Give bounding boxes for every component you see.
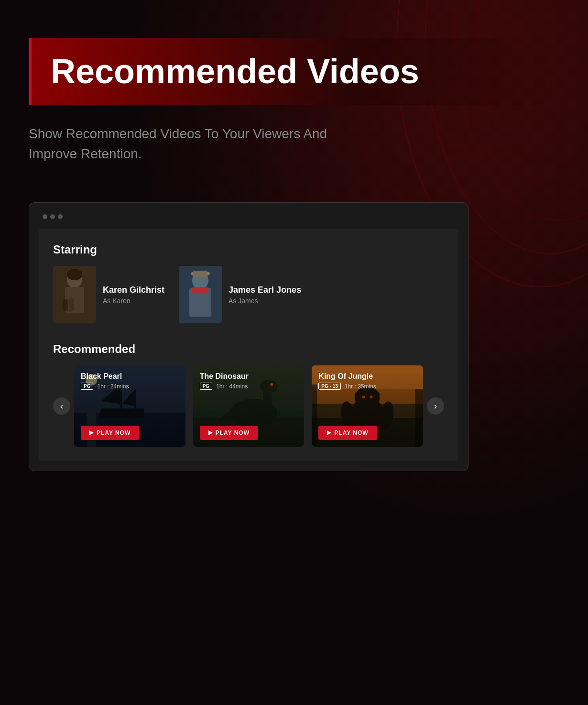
karen-silhouette — [53, 266, 96, 323]
page-title: Recommended Videos — [51, 53, 540, 90]
actor-thumbnail-karen — [53, 266, 96, 323]
james-silhouette — [179, 266, 222, 323]
play-label-1: PLAY NOW — [97, 430, 131, 436]
movie-title-black-pearl: Black Pearl — [81, 372, 179, 381]
play-button-jungle[interactable]: PLAY NOW — [318, 426, 377, 440]
main-content: Recommended Videos Show Recommended Vide… — [0, 0, 588, 509]
hero-subtitle: Show Recommended Videos To Your Viewers … — [29, 124, 363, 164]
rating-badge-3: PG - 13 — [318, 383, 340, 390]
carousel-prev-button[interactable]: ‹ — [53, 397, 70, 415]
demo-window: Starring — [29, 202, 468, 471]
play-label-2: PLAY NOW — [216, 430, 250, 436]
movie-meta-dinosaur: PG 1hr : 44mins — [200, 383, 298, 390]
svg-point-11 — [67, 269, 82, 280]
play-icon-1 — [89, 430, 94, 435]
window-dot-3 — [58, 214, 63, 219]
movie-card-dinosaur[interactable]: The Dinosaur PG 1hr : 44mins PLAY NOW — [193, 365, 305, 447]
movie-card-king-of-jungle[interactable]: King Of Jungle PG - 13 1hr : 35mins PLAY… — [312, 365, 423, 447]
hero-title-block: Recommended Videos — [29, 38, 559, 105]
starring-list: Karen Gilchrist As Karen — [53, 266, 444, 323]
movie-title-jungle: King Of Jungle — [318, 372, 416, 381]
recommended-section: Recommended ‹ — [53, 342, 444, 447]
movies-list: Black Pearl PG 1hr : 24mins PLAY NOW — [74, 365, 423, 447]
recommended-title: Recommended — [53, 342, 444, 356]
movie-info-jungle: King Of Jungle PG - 13 1hr : 35mins — [318, 372, 416, 390]
play-icon-2 — [208, 430, 213, 435]
recommended-carousel: ‹ — [53, 365, 444, 447]
window-dot-2 — [50, 214, 55, 219]
actor-card-james[interactable]: James Earl Jones As James — [179, 266, 301, 323]
movie-card-black-pearl[interactable]: Black Pearl PG 1hr : 24mins PLAY NOW — [74, 365, 185, 447]
starring-section: Starring — [53, 243, 444, 323]
movie-duration-1: 1hr : 24mins — [97, 383, 129, 390]
rating-badge-2: PG — [200, 383, 212, 390]
svg-rect-17 — [192, 287, 208, 293]
actor-name-karen: Karen Gilchrist — [103, 285, 164, 295]
play-icon-3 — [327, 430, 331, 435]
svg-rect-10 — [69, 298, 74, 311]
carousel-next-button[interactable]: › — [427, 397, 444, 415]
actor-thumbnail-james — [179, 266, 222, 323]
play-label-3: PLAY NOW — [334, 430, 368, 436]
movie-duration-3: 1hr : 35mins — [345, 383, 376, 390]
actor-card-karen[interactable]: Karen Gilchrist As Karen — [53, 266, 164, 323]
svg-rect-9 — [63, 299, 68, 311]
actor-role-james: As James — [229, 297, 301, 305]
movie-duration-2: 1hr : 44mins — [216, 383, 248, 390]
window-chrome — [39, 212, 458, 221]
movie-info-dinosaur: The Dinosaur PG 1hr : 44mins — [200, 372, 298, 390]
starring-title: Starring — [53, 243, 444, 256]
actor-role-karen: As Karen — [103, 297, 164, 305]
play-button-black-pearl[interactable]: PLAY NOW — [81, 426, 139, 440]
window-dot-1 — [43, 214, 47, 219]
actor-info-karen: Karen Gilchrist As Karen — [103, 285, 164, 305]
svg-rect-16 — [193, 271, 207, 277]
movie-info-black-pearl: Black Pearl PG 1hr : 24mins — [81, 372, 179, 390]
inner-content-area: Starring — [39, 229, 458, 461]
movie-meta-jungle: PG - 13 1hr : 35mins — [318, 383, 416, 390]
actor-info-james: James Earl Jones As James — [229, 285, 301, 305]
play-button-dinosaur[interactable]: PLAY NOW — [200, 426, 258, 440]
movie-title-dinosaur: The Dinosaur — [200, 372, 298, 381]
rating-badge-1: PG — [81, 383, 93, 390]
actor-name-james: James Earl Jones — [229, 285, 301, 295]
movie-meta-black-pearl: PG 1hr : 24mins — [81, 383, 179, 390]
